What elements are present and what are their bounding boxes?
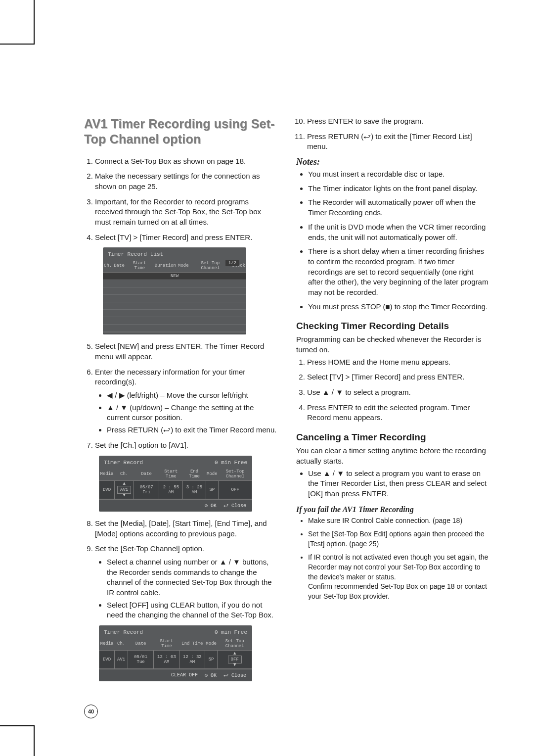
col-header: Mode (206, 468, 219, 481)
col-header: Mode (205, 637, 218, 651)
page-number: 40 (84, 705, 98, 718)
col-header: End Time (179, 637, 205, 651)
shot-pager: 1/2 (225, 260, 239, 266)
shot-title-text: Timer Record (104, 629, 143, 635)
cell: AV1 (115, 651, 128, 669)
fail-list: Make sure IR Control Cable connection. (… (296, 516, 490, 602)
arrow-down-icon: ▼ (117, 494, 131, 497)
cancel-list: Use ▲ / ▼ to select a program you want t… (296, 469, 490, 499)
col-header: Ch. (115, 637, 128, 651)
col-header: Set-Top Channel (190, 259, 231, 273)
setup-steps: Connect a Set-Top Box as shown on page 1… (84, 156, 277, 243)
step-item: Connect a Set-Top Box as shown on page 1… (95, 156, 277, 167)
cell: 2 : 55 AM (159, 480, 183, 499)
step-item: Set the [Ch.] option to [AV1]. (95, 440, 277, 451)
fail-item: Set the [Set-Top Box Edit] options again… (308, 529, 490, 549)
cell: 12 : 33 AM (179, 651, 205, 669)
sub-item: Select [OFF] using CLEAR button, if you … (107, 600, 277, 620)
step-item: Press ENTER to save the program. (307, 116, 490, 127)
col-header: Start Time (159, 468, 183, 481)
setup-steps-cont3: Press ENTER to save the program. Press R… (296, 116, 490, 152)
new-row: NEW (103, 273, 246, 280)
cell: DVD (99, 651, 115, 669)
footer-item: ⊙ OK (205, 503, 217, 509)
setup-steps-cont2: Set the [Media], [Date], [Start Time], [… (84, 519, 277, 620)
shot-title: Timer Record 0 min Free (99, 456, 252, 468)
fail-item: If IR control is not activated even thou… (308, 553, 490, 601)
col-header: Ch. (103, 259, 113, 273)
shot-table: Media Ch. Date Start Time End Time Mode … (99, 637, 252, 669)
step-item: Select [TV] > [Timer Record] and press E… (95, 233, 277, 243)
col-header: Media (99, 637, 115, 651)
step-item: Press HOME and the Home menu appears. (307, 357, 490, 368)
step-item: Press RETURN (⮐) to exit the [Timer Reco… (307, 132, 490, 152)
step-item: Set the [Media], [Date], [Start Time], [… (95, 519, 277, 539)
screenshot-timer-record-2: Timer Record 0 min Free Media Ch. Date S… (99, 625, 252, 681)
note-item: If the unit is DVD mode when the VCR tim… (308, 222, 490, 242)
col-header: Media (99, 468, 115, 481)
arrow-down-icon: ▼ (220, 663, 249, 667)
step-item: Press ENTER to edit the selected program… (307, 403, 490, 423)
col-header: Ch. (115, 468, 134, 481)
sub-item: Press RETURN (⮐) to exit the Timer Recor… (107, 425, 277, 435)
note-item: The Timer indicator lights on the front … (308, 184, 490, 194)
col-header: Start Time (154, 637, 180, 651)
shot-table: Ch. Date Start Time Duration Mode Set-To… (103, 259, 246, 332)
step-item: Use ▲ / ▼ to select a program. (307, 387, 490, 398)
shot-title: Timer Record List (103, 247, 246, 259)
col-header: Start Time (126, 259, 154, 273)
sub-item: ▲ / ▼ (up/down) – Change the setting at … (107, 403, 277, 423)
right-column: Press ENTER to save the program. Press R… (296, 116, 490, 688)
footer-item: ⊙ OK (205, 672, 217, 678)
cell: 3 : 25 AM (183, 480, 206, 499)
cancel-item: Use ▲ / ▼ to select a program you want t… (308, 469, 490, 499)
col-header: Date (113, 259, 126, 273)
col-header: End Time (183, 468, 206, 481)
crop-mark (34, 0, 35, 45)
arrow-up-icon: ▲ (220, 652, 249, 656)
section-intro: Programming can be checked whenever the … (296, 334, 490, 355)
manual-page: AV1 Timer Recording using Set-Top Channe… (0, 0, 534, 756)
shot-footer: CLEAR OFF ⊙ OK ⮐ Close (99, 669, 252, 681)
step-sublist: Select a channel using number or ▲ / ▼ b… (95, 557, 277, 620)
cell: SP (206, 480, 219, 499)
footer-item: ⮐ Close (223, 672, 246, 678)
content-columns: AV1 Timer Recording using Set-Top Channe… (84, 116, 490, 688)
cell: 05/07 Fri (134, 480, 159, 499)
cell-selected: ▲ OFF ▼ (218, 651, 252, 669)
col-header: Date (128, 637, 154, 651)
crop-mark (0, 44, 35, 45)
sub-item: ◀ / ▶ (left/right) – Move the cursor lef… (107, 390, 277, 401)
shot-table: Media Ch. Date Start Time End Time Mode … (99, 468, 252, 499)
notes-list: You must insert a recordable disc or tap… (296, 169, 490, 312)
shot-title: Timer Record 0 min Free (99, 625, 252, 637)
footer-item: ⮐ Close (223, 503, 246, 509)
cell: OFF (219, 480, 252, 499)
shot-footer: ⊙ OK ⮐ Close (99, 499, 252, 512)
page-title: AV1 Timer Recording using Set-Top Channe… (84, 116, 277, 147)
fail-item: Make sure IR Control Cable connection. (… (308, 516, 490, 526)
section-intro: You can clear a timer setting anytime be… (296, 446, 490, 466)
footer-item: CLEAR OFF (171, 672, 198, 678)
screenshot-timer-record-1: Timer Record 0 min Free Media Ch. Date S… (99, 456, 252, 512)
col-header: Duration (154, 259, 177, 273)
sub-item: Select a channel using number or ▲ / ▼ b… (107, 557, 277, 598)
left-column: AV1 Timer Recording using Set-Top Channe… (84, 116, 277, 688)
crop-mark (34, 725, 35, 756)
screenshot-timer-list: Timer Record List 1/2 Ch. Date Start Tim… (103, 247, 246, 334)
col-header: Mode (177, 259, 190, 273)
cell-selected: ▲ AV1 ▼ (115, 480, 134, 499)
shot-footer: CLEAR Delete ⊙ Edit ⮐ Close (103, 332, 246, 334)
arrow-up-icon: ▲ (117, 482, 131, 486)
cell: DVD (99, 480, 115, 499)
check-steps: Press HOME and the Home menu appears. Se… (296, 357, 490, 423)
step-item: Important, for the Recorder to record pr… (95, 197, 277, 228)
section-heading: Canceling a Timer Recording (296, 432, 490, 443)
col-header: Date (134, 468, 159, 481)
cell: 05/01 Tue (128, 651, 154, 669)
step-item: Enter the necessary information for your… (95, 367, 277, 435)
step-item: Select [NEW] and press ENTER. The Timer … (95, 341, 277, 362)
shot-title-text: Timer Record (104, 460, 143, 466)
note-item: You must insert a recordable disc or tap… (308, 169, 490, 180)
notes-heading: Notes: (296, 157, 490, 167)
